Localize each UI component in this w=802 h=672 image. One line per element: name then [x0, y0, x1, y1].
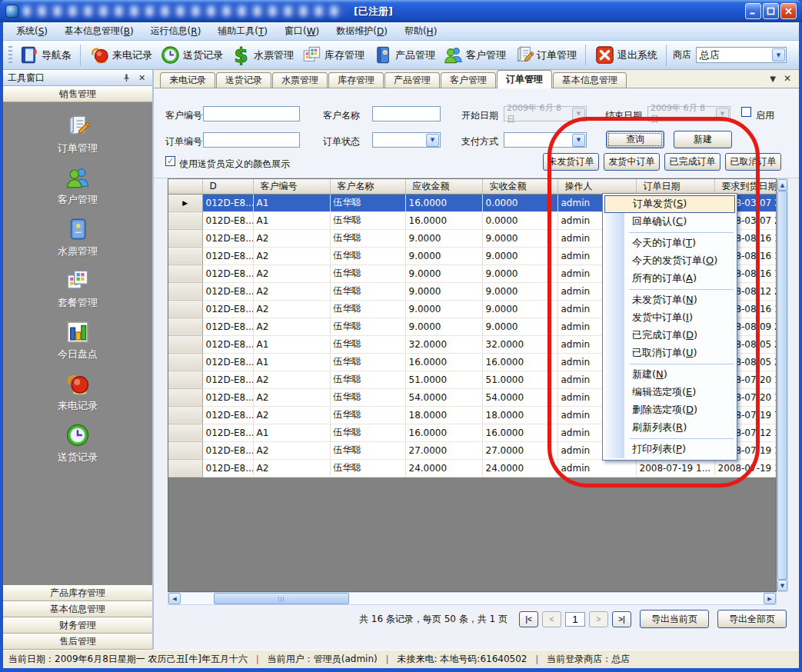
sidebar-group-sales[interactable]: 销售管理 — [3, 86, 152, 102]
pin-icon[interactable] — [121, 72, 132, 84]
context-menu-item-18[interactable]: 打印列表(P) — [604, 441, 735, 458]
row-selector-cell[interactable] — [168, 300, 202, 318]
prev-page-button[interactable]: < — [542, 611, 561, 627]
context-menu-item-13[interactable]: 新建(N) — [604, 366, 735, 384]
row-selector-cell[interactable] — [168, 424, 202, 441]
toolbar-button-6[interactable]: 库存管理 — [298, 43, 368, 67]
row-selector-cell[interactable] — [168, 406, 202, 424]
color-display-checkbox[interactable]: ✓ — [165, 156, 175, 166]
scroll-left-icon[interactable]: ◀ — [168, 593, 181, 604]
menubar-item-4[interactable]: 辅助工具(T) — [209, 22, 276, 40]
column-header-2[interactable]: 客户编号 — [253, 179, 330, 194]
toolbar-button-8[interactable]: 客户管理 — [439, 43, 510, 67]
menubar-item-1[interactable]: 系统(S) — [8, 22, 56, 40]
first-page-button[interactable]: |< — [519, 611, 538, 627]
row-selector-cell[interactable] — [168, 211, 202, 229]
context-menu-item-11[interactable]: 已取消订单(U) — [604, 344, 735, 362]
scroll-up-icon[interactable]: ▲ — [777, 179, 787, 191]
row-selector-cell[interactable] — [168, 229, 202, 247]
vertical-scroll-thumb[interactable] — [777, 191, 787, 580]
order-status-filter-button-1[interactable]: 未发货订单 — [543, 153, 599, 171]
context-menu-item-4[interactable]: 今天的订单(T) — [604, 235, 735, 252]
scroll-right-icon[interactable]: ▶ — [764, 593, 776, 604]
row-selector-cell[interactable] — [168, 441, 202, 459]
chevron-down-icon[interactable]: ▼ — [572, 134, 585, 147]
horizontal-scrollbar[interactable]: ◀ ▶ — [168, 592, 777, 605]
context-menu-item-16[interactable]: 刷新列表(R) — [604, 419, 735, 437]
sidebar-item-4[interactable]: 套餐管理 — [58, 268, 98, 310]
row-selector-cell[interactable] — [168, 282, 202, 300]
sidebar-item-2[interactable]: 客户管理 — [58, 165, 98, 207]
row-selector-cell[interactable] — [168, 247, 202, 264]
menubar-item-2[interactable]: 基本信息管理(B) — [56, 22, 142, 40]
toolbar-button-7[interactable]: 产品管理 — [368, 43, 439, 67]
column-header-3[interactable]: 客户名称 — [330, 179, 405, 194]
horizontal-scroll-thumb[interactable] — [214, 593, 349, 604]
last-page-button[interactable]: >| — [612, 611, 631, 627]
context-menu-item-6[interactable]: 所有的订单(A) — [604, 270, 735, 288]
order-code-input[interactable] — [203, 132, 300, 148]
chevron-down-icon[interactable]: ▼ — [426, 134, 439, 147]
toolbar-button-1[interactable]: 导航条 — [15, 43, 75, 67]
column-header-7[interactable]: 订单日期 — [636, 179, 714, 194]
toolbar-button-3[interactable]: 来电记录 — [85, 43, 156, 67]
customer-code-input[interactable] — [203, 106, 300, 121]
tab-6[interactable]: 客户管理 — [441, 72, 496, 88]
row-selector-cell[interactable] — [168, 264, 202, 282]
tab-5[interactable]: 产品管理 — [384, 72, 440, 88]
column-header-1[interactable]: D — [202, 179, 253, 194]
tab-close-icon[interactable]: ✕ — [784, 73, 791, 84]
sidebar-group-1[interactable]: 产品库存管理 — [3, 585, 152, 601]
row-selector-cell[interactable] — [168, 318, 202, 335]
tab-7[interactable]: 订单管理 — [497, 70, 552, 88]
column-header-8[interactable]: 要求到货日期 — [714, 179, 777, 194]
enable-checkbox[interactable] — [741, 107, 751, 117]
menubar-item-6[interactable]: 数据维护(D) — [328, 22, 396, 40]
tab-8[interactable]: 基本信息管理 — [553, 72, 627, 88]
context-menu-item-9[interactable]: 发货中订单(I) — [604, 309, 735, 327]
sidebar-item-5[interactable]: 今日盘点 — [58, 319, 98, 361]
menubar-item-3[interactable]: 运行信息(R) — [142, 22, 210, 40]
table-row[interactable]: 012D-E8...A2伍华聪24.000024.0000admin2008-0… — [168, 459, 777, 477]
row-selector-cell[interactable] — [168, 335, 202, 353]
context-menu-item-2[interactable]: 回单确认(C) — [604, 213, 735, 231]
minimize-button[interactable] — [745, 3, 761, 19]
context-menu-item-1[interactable]: 订单发货(S) — [604, 195, 735, 213]
query-button[interactable]: 查询 — [606, 131, 664, 148]
tab-scroll-chevron-down-icon[interactable]: ▼ — [770, 75, 776, 83]
menubar-item-7[interactable]: 帮助(H) — [396, 22, 445, 40]
tab-1[interactable]: 来电记录 — [160, 72, 215, 88]
page-number-input[interactable] — [565, 612, 585, 627]
export-all-pages-button[interactable]: 导出全部页 — [717, 610, 787, 628]
vertical-scrollbar[interactable]: ▲ ▼ — [777, 178, 788, 592]
context-menu-item-8[interactable]: 未发货订单(N) — [604, 291, 735, 309]
tab-3[interactable]: 水票管理 — [272, 72, 328, 88]
sidebar-item-1[interactable]: 订单管理 — [58, 113, 98, 155]
column-header-4[interactable]: 应收金额 — [405, 179, 482, 194]
context-menu-item-15[interactable]: 删除选定项(D) — [604, 401, 735, 419]
order-status-filter-button-4[interactable]: 已取消订单 — [725, 153, 781, 171]
order-status-filter-button-3[interactable]: 已完成订单 — [664, 153, 720, 171]
pay-method-combobox[interactable]: ▼ — [504, 132, 587, 148]
sidebar-item-6[interactable]: 来电记录 — [58, 371, 98, 413]
next-page-button[interactable]: > — [589, 611, 608, 627]
scroll-down-icon[interactable]: ▼ — [777, 580, 787, 591]
shop-combobox[interactable]: 总店 ▼ — [696, 47, 787, 63]
context-menu-item-14[interactable]: 编辑选定项(E) — [604, 384, 735, 401]
column-header-5[interactable]: 实收金额 — [482, 179, 557, 194]
column-header-selector[interactable] — [168, 179, 202, 194]
order-status-combobox[interactable]: ▼ — [372, 132, 441, 148]
sidebar-item-3[interactable]: 水票管理 — [58, 216, 98, 258]
chevron-down-icon[interactable]: ▼ — [772, 48, 785, 62]
row-selector-cell[interactable] — [168, 353, 202, 371]
sidebar-group-4[interactable]: 售后管理 — [3, 634, 152, 650]
export-current-page-button[interactable]: 导出当前页 — [640, 610, 709, 628]
toolbar-button-9[interactable]: 订单管理 — [510, 43, 581, 67]
menubar-item-5[interactable]: 窗口(W) — [276, 22, 328, 40]
toolbar-button-11[interactable]: 退出系统 — [591, 43, 661, 67]
order-status-filter-button-2[interactable]: 发货中订单 — [604, 153, 660, 171]
column-header-6[interactable]: 操作人 — [557, 179, 636, 194]
row-selector-cell[interactable] — [168, 371, 202, 388]
toolbar-grip[interactable] — [8, 46, 12, 65]
tab-2[interactable]: 送货记录 — [216, 72, 271, 88]
